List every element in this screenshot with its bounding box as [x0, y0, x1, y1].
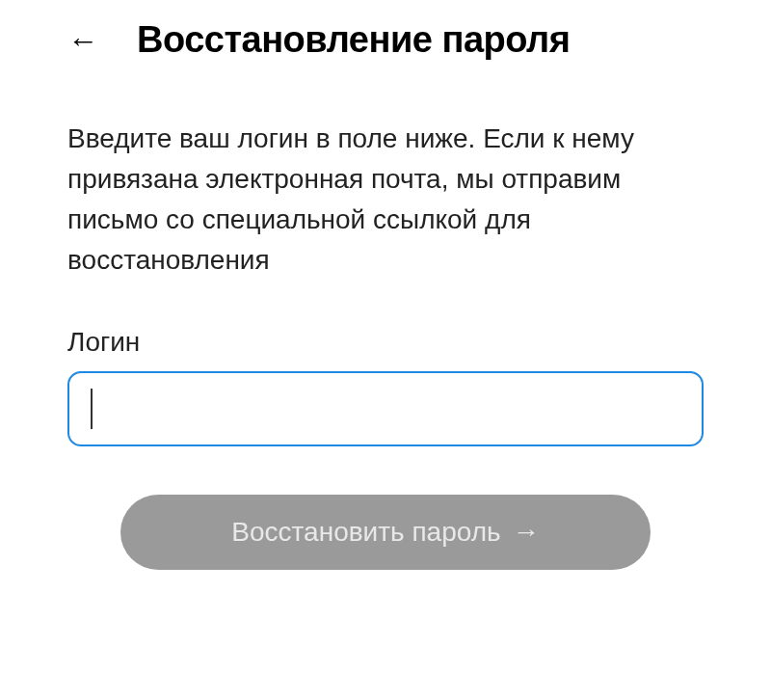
password-recovery-screen: ← Восстановление пароля Введите ваш логи… — [0, 0, 771, 589]
login-input-wrapper — [67, 371, 704, 446]
login-input[interactable] — [67, 371, 704, 446]
header: ← Восстановление пароля — [67, 19, 704, 61]
back-arrow-icon[interactable]: ← — [67, 25, 98, 56]
login-label: Логин — [67, 327, 704, 358]
recover-password-button[interactable]: Восстановить пароль → — [120, 495, 651, 570]
arrow-right-icon: → — [513, 517, 540, 548]
submit-button-label: Восстановить пароль — [231, 517, 500, 548]
description-text: Введите ваш логин в поле ниже. Если к не… — [67, 119, 704, 281]
page-title: Восстановление пароля — [137, 19, 570, 61]
